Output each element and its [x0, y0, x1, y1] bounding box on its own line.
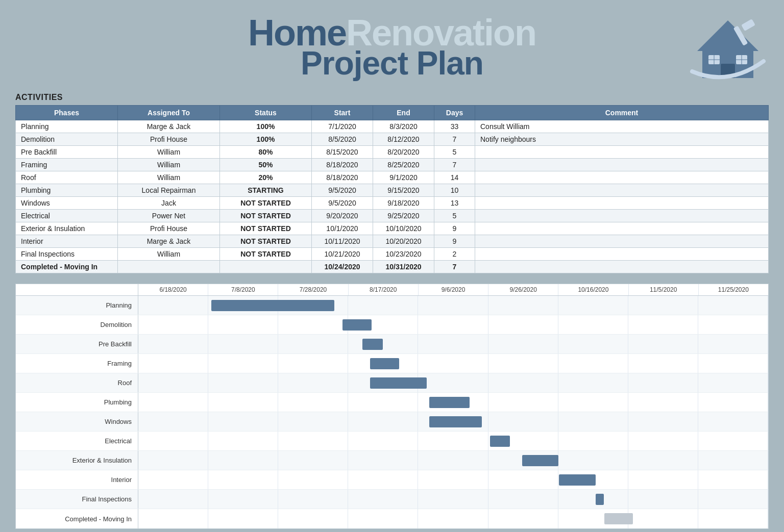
gantt-row-bars	[138, 509, 768, 528]
cell-status: 80%	[220, 146, 312, 159]
gantt-grid-line	[698, 490, 768, 509]
cell-assigned: William	[118, 248, 220, 261]
gantt-grid-line	[488, 354, 558, 373]
gantt-grid-line	[418, 451, 488, 470]
cell-phase: Exterior & Insulation	[16, 222, 118, 235]
logo-icon	[687, 10, 769, 84]
gantt-date-label: 9/26/2020	[488, 284, 558, 295]
gantt-grid-line	[628, 451, 698, 470]
gantt-grid-line	[698, 296, 768, 315]
cell-comment	[475, 184, 769, 197]
gantt-bar	[596, 494, 604, 505]
gantt-grid-line	[348, 470, 418, 489]
gantt-grid-line	[698, 393, 768, 412]
cell-end: 8/25/2020	[373, 159, 434, 171]
gantt-grid-line	[138, 509, 208, 528]
gantt-row-bars	[138, 335, 768, 353]
cell-status: 50%	[220, 159, 312, 171]
gantt-grid-line	[628, 354, 698, 373]
cell-status: NOT STARTED	[220, 248, 312, 261]
gantt-row: Roof	[16, 373, 768, 393]
cell-status: NOT STARTED	[220, 222, 312, 235]
gantt-grid-line	[348, 432, 418, 450]
cell-status: 100%	[220, 120, 312, 133]
cell-start: 8/18/2020	[312, 171, 373, 184]
gantt-grid-line	[628, 412, 698, 431]
gantt-grid-line	[208, 451, 278, 470]
cell-start: 9/5/2020	[312, 197, 373, 210]
table-row: Exterior & Insulation Profi House NOT ST…	[16, 222, 769, 235]
gantt-grid-line	[628, 373, 698, 392]
cell-comment	[475, 222, 769, 235]
gantt-row: Final Inspections	[16, 490, 768, 509]
col-header-days: Days	[434, 106, 475, 120]
gantt-grid-line	[488, 490, 558, 509]
gantt-row-label: Exterior & Insulation	[16, 451, 138, 470]
gantt-bar	[211, 300, 334, 311]
gantt-grid-line	[558, 373, 628, 392]
gantt-row: Demolition	[16, 315, 768, 335]
gantt-grid-line	[138, 470, 208, 489]
gantt-grid-line	[488, 335, 558, 353]
col-header-comment: Comment	[475, 106, 769, 120]
gantt-grid-line	[628, 393, 698, 412]
cell-assigned: Marge & Jack	[118, 120, 220, 133]
cell-comment	[475, 146, 769, 159]
activities-label: ACTIVITIES	[15, 93, 769, 102]
cell-end: 8/20/2020	[373, 146, 434, 159]
cell-days: 13	[434, 197, 475, 210]
cell-end: 9/18/2020	[373, 197, 434, 210]
gantt-bar	[342, 319, 372, 331]
table-row: Final Inspections William NOT STARTED 10…	[16, 248, 769, 261]
gantt-row-bars	[138, 393, 768, 412]
gantt-grid-line	[418, 470, 488, 489]
cell-phase: Plumbing	[16, 184, 118, 197]
cell-status: NOT STARTED	[220, 197, 312, 210]
gantt-row-bars	[138, 354, 768, 373]
cell-end: 8/12/2020	[373, 133, 434, 146]
gantt-grid-line	[208, 509, 278, 528]
cell-start: 10/1/2020	[312, 222, 373, 235]
gantt-grid-line	[628, 432, 698, 450]
gantt-grid-line	[348, 335, 418, 353]
gantt-row-label: Final Inspections	[16, 490, 138, 509]
gantt-grid-line	[698, 354, 768, 373]
gantt-grid-line	[488, 373, 558, 392]
cell-end: 9/25/2020	[373, 210, 434, 222]
gantt-grid-line	[418, 432, 488, 450]
gantt-grid-line	[138, 335, 208, 353]
cell-phase: Interior	[16, 235, 118, 248]
gantt-row-bars	[138, 432, 768, 450]
table-row: Windows Jack NOT STARTED 9/5/2020 9/18/2…	[16, 197, 769, 210]
cell-phase: Final Inspections	[16, 248, 118, 261]
gantt-row-bars	[138, 412, 768, 431]
gantt-date-label: 7/28/2020	[278, 284, 348, 295]
cell-comment	[475, 171, 769, 184]
gantt-date-label: 7/8/2020	[208, 284, 278, 295]
gantt-row-label: Plumbing	[16, 393, 138, 412]
cell-comment: Notify neighbours	[475, 133, 769, 146]
gantt-row-label: Framing	[16, 354, 138, 373]
cell-comment	[475, 210, 769, 222]
gantt-bar	[604, 513, 633, 524]
table-row: Plumbing Local Repairman STARTING 9/5/20…	[16, 184, 769, 197]
gantt-row-label: Pre Backfill	[16, 335, 138, 353]
gantt-grid-line	[628, 470, 698, 489]
gantt-grid-line	[558, 315, 628, 334]
gantt-row: Planning	[16, 296, 768, 315]
cell-comment	[475, 261, 769, 273]
gantt-grid-line	[418, 373, 488, 392]
gantt-grid-line	[278, 335, 348, 353]
cell-phase: Demolition	[16, 133, 118, 146]
gantt-row: Framing	[16, 354, 768, 373]
gantt-grid-line	[348, 509, 418, 528]
page-header: Home Renovation Project Plan	[15, 10, 769, 84]
cell-phase: Electrical	[16, 210, 118, 222]
gantt-grid-line	[138, 373, 208, 392]
gantt-grid-line	[138, 490, 208, 509]
gantt-grid-line	[348, 393, 418, 412]
gantt-grid-line	[418, 490, 488, 509]
cell-phase: Roof	[16, 171, 118, 184]
table-row: Pre Backfill William 80% 8/15/2020 8/20/…	[16, 146, 769, 159]
gantt-row-bars	[138, 470, 768, 489]
